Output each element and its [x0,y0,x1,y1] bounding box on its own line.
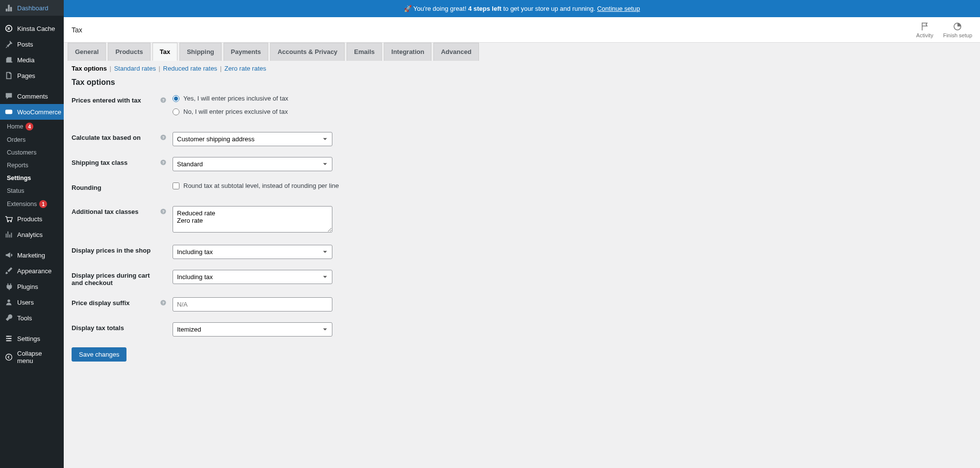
radio-exclusive[interactable]: No, I will enter prices exclusive of tax [173,108,288,115]
select-display-shop[interactable]: Including tax [173,245,332,259]
badge: 1 [39,200,47,208]
woo-submenu: Home4OrdersCustomersReportsSettingsStatu… [0,120,64,211]
sidebar-item-kinsta-cache[interactable]: Kinsta Cache [0,21,64,36]
label-rounding: Rounding [72,182,160,191]
label-display-cart: Display prices during cart and checkout [72,270,160,286]
sidebar-item-settings[interactable]: Settings [0,331,64,346]
comment-icon [4,92,13,101]
label-shipping-tax: Shipping tax class [72,157,160,166]
page-title: Tax [72,26,82,34]
help-icon[interactable] [160,208,167,215]
submenu-orders[interactable]: Orders [0,133,64,146]
label-display-shop: Display prices in the shop [72,245,160,254]
settings-tabs: GeneralProductsTaxShippingPaymentsAccoun… [64,43,980,61]
tools-icon [4,313,13,322]
flag-icon [920,22,930,31]
select-shipping-tax[interactable]: Standard [173,157,332,171]
users-icon [4,298,13,307]
collapse-icon [4,353,13,362]
select-tax-totals[interactable]: Itemized [173,322,332,337]
tab-integration[interactable]: Integration [384,43,431,61]
subsection-standard-rates[interactable]: Standard rates [114,65,156,72]
label-tax-totals: Display tax totals [72,322,160,332]
help-icon[interactable] [160,299,167,306]
tab-tax[interactable]: Tax [152,43,177,61]
subsection-current[interactable]: Tax options [72,65,107,72]
select-display-cart[interactable]: Including tax [173,270,332,284]
help-icon[interactable] [160,159,167,166]
help-icon[interactable] [160,134,167,141]
kinsta-icon [4,24,13,33]
sidebar-item-dashboard[interactable]: Dashboard [0,0,64,16]
label-prices-entered: Prices entered with tax [72,95,160,104]
tab-products[interactable]: Products [108,43,150,61]
section-heading: Tax options [72,78,972,87]
sidebar-item-comments[interactable]: Comments [0,88,64,104]
settings-icon [4,334,13,343]
sidebar-item-analytics[interactable]: Analytics [0,227,64,242]
tab-accounts-privacy[interactable]: Accounts & Privacy [270,43,345,61]
close-icon [965,4,980,78]
page-header: Tax Activity Finish setup [64,17,980,43]
submenu-customers[interactable]: Customers [0,146,64,159]
analytics-icon [4,230,13,239]
submenu-extensions[interactable]: Extensions1 [0,197,64,211]
sidebar-item-posts[interactable]: Posts [0,36,64,52]
pin-icon [4,40,13,49]
banner-text: You're doing great! [413,5,466,12]
sidebar-item-tools[interactable]: Tools [0,310,64,326]
admin-sidebar: DashboardKinsta CachePostsMediaPagesComm… [0,0,64,371]
brush-icon [4,266,13,275]
label-calc-tax: Calculate tax based on [72,132,160,141]
tab-advanced[interactable]: Advanced [433,43,478,61]
tab-emails[interactable]: Emails [347,43,382,61]
subsection-reduced-rates[interactable]: Reduced rate rates [163,65,218,72]
activity-label: Activity [916,32,933,38]
sidebar-item-appearance[interactable]: Appearance [0,263,64,279]
submenu-status[interactable]: Status [0,184,64,197]
sidebar-item-collapse-menu[interactable]: Collapse menu [0,346,64,368]
form-area: Tax options Prices entered with tax Yes,… [64,78,980,371]
tab-general[interactable]: General [68,43,106,61]
sidebar-item-plugins[interactable]: Plugins [0,279,64,294]
label-suffix: Price display suffix [72,297,160,307]
dash-icon [4,3,13,12]
label-additional-classes: Additional tax classes [72,206,160,215]
sidebar-item-users[interactable]: Users [0,294,64,310]
tab-payments[interactable]: Payments [224,43,268,61]
banner-steps: 4 steps left [468,5,502,12]
submenu-home[interactable]: Home4 [0,120,64,133]
continue-setup-link[interactable]: Continue setup [597,5,640,12]
tab-shipping[interactable]: Shipping [179,43,222,61]
page-icon [4,71,13,80]
activity-button[interactable]: Activity [916,22,933,38]
sidebar-item-media[interactable]: Media [0,52,64,68]
main-content: 🚀 You're doing great! 4 steps left to ge… [64,0,980,371]
tax-subsections: Tax options | Standard rates | Reduced r… [64,61,980,76]
sidebar-item-woocommerce[interactable]: WooCommerce [0,104,64,120]
subsection-zero-rates[interactable]: Zero rate rates [225,65,266,72]
input-suffix[interactable] [173,297,332,312]
banner-emoji: 🚀 [404,5,412,12]
media-icon [4,55,13,64]
products-icon [4,214,13,223]
textarea-additional-classes[interactable]: Reduced rate Zero rate [173,206,332,233]
plugins-icon [4,282,13,291]
sidebar-item-pages[interactable]: Pages [0,68,64,83]
checkbox-rounding[interactable]: Round tax at subtotal level, instead of … [173,182,339,189]
radio-inclusive[interactable]: Yes, I will enter prices inclusive of ta… [173,95,288,102]
sidebar-item-products[interactable]: Products [0,211,64,227]
onboarding-banner: 🚀 You're doing great! 4 steps left to ge… [64,0,980,17]
badge: 4 [25,123,33,130]
help-icon[interactable] [160,97,167,104]
sidebar-item-marketing[interactable]: Marketing [0,247,64,263]
save-changes-button[interactable]: Save changes [72,347,126,362]
marketing-icon [4,251,13,260]
submenu-reports[interactable]: Reports [0,159,64,172]
banner-close[interactable] [965,4,975,14]
submenu-settings[interactable]: Settings [0,172,64,184]
progress-icon [953,22,962,31]
woo-icon [4,107,13,116]
select-calc-tax[interactable]: Customer shipping address [173,132,332,146]
banner-text2: to get your store up and running. [503,5,595,12]
